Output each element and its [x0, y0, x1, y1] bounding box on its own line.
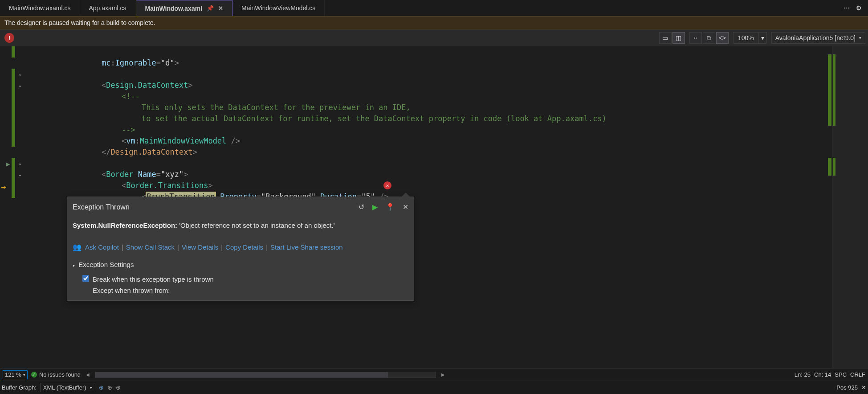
- zoom-value: 100%: [733, 32, 759, 44]
- right-change-strip: [828, 46, 832, 368]
- pin-icon[interactable]: 📍: [386, 201, 395, 213]
- close-icon[interactable]: ✕: [218, 5, 223, 12]
- error-glyph-icon[interactable]: ✕: [383, 181, 391, 189]
- horizontal-scrollbar[interactable]: [95, 372, 436, 378]
- copilot-icon: 👥: [73, 242, 82, 253]
- split-vertical-button[interactable]: ◫: [672, 32, 685, 44]
- live-share-link[interactable]: Start Live Share session: [270, 242, 343, 253]
- issues-status[interactable]: ✓ No issues found: [31, 371, 81, 378]
- buffer-icon-3[interactable]: ⊕: [116, 384, 121, 391]
- ask-copilot-link[interactable]: Ask Copilot: [85, 242, 119, 253]
- tab-bar: MainWindow.axaml.cs App.axaml.cs MainWin…: [0, 0, 868, 16]
- breakpoint-strip[interactable]: ➡: [0, 46, 12, 368]
- fold-toggle[interactable]: ⌄: [15, 171, 25, 177]
- expand-icon: ▾: [73, 263, 75, 268]
- gear-icon[interactable]: ⚙: [856, 4, 862, 12]
- copy-details-link[interactable]: Copy Details: [225, 242, 263, 253]
- line-status[interactable]: Ln: 25: [795, 371, 811, 378]
- chevron-down-icon: ▾: [23, 373, 25, 377]
- buffer-graph-combo[interactable]: XML (TextBuffer) ▾: [40, 383, 95, 392]
- designer-paused-bar: The designer is paused waiting for a bui…: [0, 16, 868, 29]
- error-badge-icon[interactable]: !: [4, 33, 14, 43]
- code-view-button[interactable]: <>: [716, 32, 729, 44]
- target-combo-text: AvaloniaApplication5 [net9.0]: [775, 34, 856, 41]
- exception-popup: Exception Thrown ↺ ▶ 📍 ✕ System.NullRefe…: [67, 197, 414, 301]
- popout-button[interactable]: ⧉: [703, 32, 715, 44]
- code-area[interactable]: mc:Ignorable="d"> <Design.DataContext> <…: [25, 46, 828, 368]
- fold-toggle[interactable]: ⌄: [15, 82, 25, 88]
- more-icon[interactable]: ⋯: [844, 4, 850, 12]
- scroll-right-icon[interactable]: ▶: [440, 372, 447, 377]
- spaces-status[interactable]: SPC: [835, 371, 847, 378]
- close-icon[interactable]: ✕: [403, 201, 408, 213]
- designer-toolbar: ! ▭ ◫ ↔ ⧉ <> 100% ▾ AvaloniaApplication5…: [0, 29, 868, 46]
- buffer-icon-2[interactable]: ⊕: [107, 384, 112, 391]
- tab-mainwindow-cs[interactable]: MainWindow.axaml.cs: [0, 0, 80, 16]
- call-stack-link[interactable]: Show Call Stack: [126, 242, 175, 253]
- chevron-down-icon: ▾: [859, 36, 861, 40]
- tab-title: App.axaml.cs: [89, 4, 126, 12]
- buffer-graph-bar: Buffer Graph: XML (TextBuffer) ▾ ⊕ ⊕ ⊕ P…: [0, 381, 868, 394]
- continue-icon[interactable]: ▶: [372, 201, 378, 213]
- pin-icon[interactable]: 📌: [207, 5, 214, 12]
- zoom-combo[interactable]: 121 % ▾: [3, 370, 28, 379]
- fold-toggle[interactable]: ⌄: [15, 160, 25, 166]
- break-checkbox[interactable]: [82, 275, 89, 282]
- buffer-pos: Pos 925: [836, 384, 858, 391]
- exception-title: Exception Thrown: [73, 201, 130, 213]
- exception-settings-toggle[interactable]: ▾ Exception Settings: [73, 259, 408, 271]
- swap-panes-button[interactable]: ↔: [689, 32, 702, 44]
- tab-app-cs[interactable]: App.axaml.cs: [80, 0, 136, 16]
- status-bar: 121 % ▾ ✓ No issues found ◀ ▶ Ln: 25 Ch:…: [0, 368, 868, 381]
- fold-strip: ⌄ ⌄ ⌄ ⌄ ▶: [15, 46, 25, 368]
- history-icon[interactable]: ↺: [359, 201, 364, 213]
- play-tri-icon: ▶: [6, 161, 10, 167]
- designer-paused-text: The designer is paused waiting for a bui…: [4, 19, 155, 26]
- minimap[interactable]: [832, 46, 868, 368]
- tab-title: MainWindow.axaml.cs: [9, 4, 71, 12]
- tab-title: MainWindowViewModel.cs: [241, 4, 315, 12]
- tab-title: MainWindow.axaml: [145, 5, 202, 12]
- change-strip: [12, 46, 15, 368]
- editor-body: ➡ ⌄ ⌄ ⌄ ⌄ ▶ mc:Ignorable="d"> <Design.Da…: [0, 46, 868, 368]
- col-status[interactable]: Ch: 14: [814, 371, 831, 378]
- fold-toggle[interactable]: ⌄: [15, 71, 25, 77]
- buffer-icon-1[interactable]: ⊕: [99, 384, 104, 391]
- buffer-graph-label: Buffer Graph:: [2, 384, 37, 391]
- current-line-arrow-icon: ➡: [1, 184, 6, 191]
- view-details-link[interactable]: View Details: [182, 242, 218, 253]
- split-horizontal-button[interactable]: ▭: [659, 32, 672, 44]
- close-icon[interactable]: ✕: [861, 384, 866, 391]
- zoom-dropdown[interactable]: ▾: [759, 32, 767, 44]
- scroll-left-icon[interactable]: ◀: [84, 372, 91, 377]
- ok-icon: ✓: [31, 372, 37, 378]
- chevron-down-icon: ▾: [90, 386, 92, 390]
- target-combo[interactable]: AvaloniaApplication5 [net9.0] ▾: [771, 32, 865, 44]
- except-label: Except when thrown from:: [93, 285, 214, 296]
- exception-links: 👥 Ask Copilot | Show Call Stack | View D…: [67, 239, 414, 258]
- break-label: Break when this exception type is thrown: [93, 274, 214, 285]
- tab-mainwindow-axaml[interactable]: MainWindow.axaml 📌 ✕: [136, 0, 232, 16]
- exception-message: System.NullReferenceException: 'Object r…: [67, 217, 414, 239]
- tab-viewmodel-cs[interactable]: MainWindowViewModel.cs: [232, 0, 325, 16]
- eol-status[interactable]: CRLF: [850, 371, 865, 378]
